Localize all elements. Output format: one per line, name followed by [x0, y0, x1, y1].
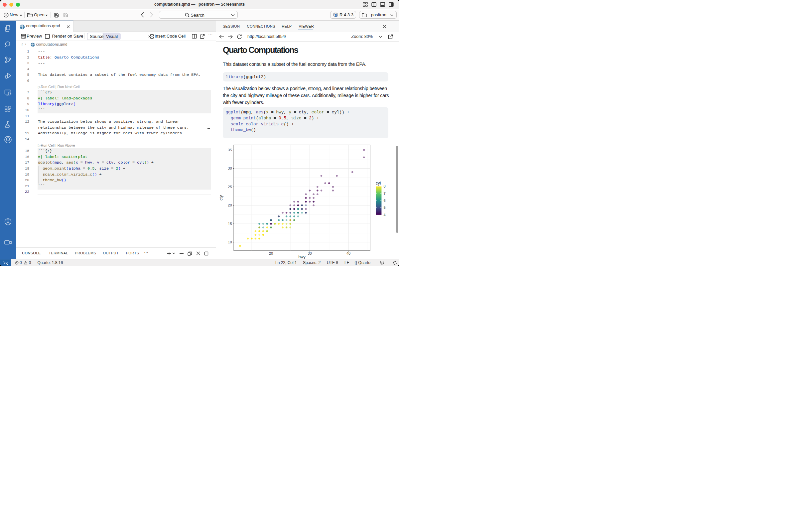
svg-text:R: R	[335, 13, 338, 18]
svg-text:30: 30	[307, 251, 311, 255]
svg-text:5: 5	[383, 206, 385, 209]
svg-text:6: 6	[383, 198, 385, 203]
svg-text:hwy: hwy	[298, 254, 305, 259]
svg-text:20: 20	[228, 203, 232, 207]
svg-text:cty: cty	[219, 195, 224, 201]
svg-text:4: 4	[383, 212, 385, 216]
svg-text:10: 10	[228, 240, 232, 244]
svg-text:35: 35	[228, 148, 232, 152]
svg-text:8: 8	[383, 184, 385, 188]
svg-text:25: 25	[228, 185, 232, 189]
svg-text:30: 30	[228, 166, 232, 170]
svg-text:40: 40	[346, 251, 350, 255]
svg-text:cyl: cyl	[376, 181, 381, 186]
svg-text:7: 7	[383, 191, 385, 195]
svg-text:15: 15	[228, 222, 232, 225]
svg-text:20: 20	[269, 251, 273, 255]
